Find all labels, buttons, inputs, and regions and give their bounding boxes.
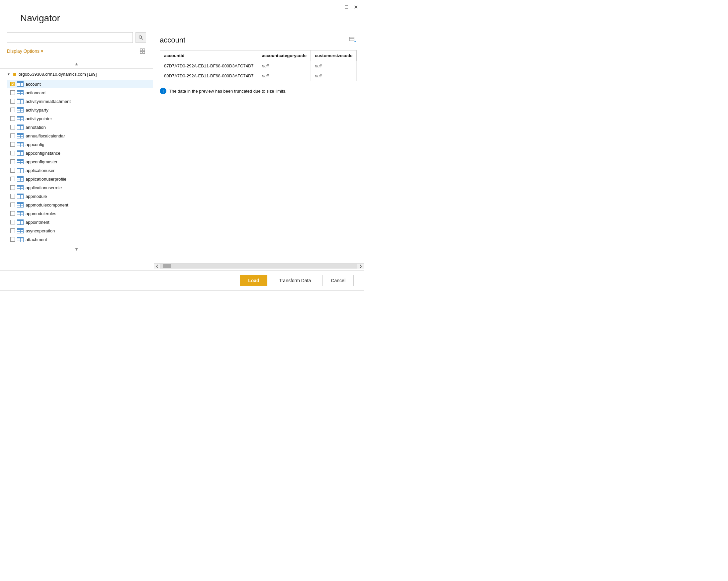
item-label-appconfiginstance: appconfiginstance xyxy=(26,151,60,156)
title-bar: □ ✕ xyxy=(338,0,364,14)
scroll-left-button[interactable]: ❮ xyxy=(154,264,160,269)
tree-item-attachment[interactable]: attachment xyxy=(7,235,153,244)
tree-item-appmodule[interactable]: appmodule xyxy=(7,192,153,201)
item-label-appointment: appointment xyxy=(26,220,50,225)
checkbox-attachment[interactable] xyxy=(10,237,15,242)
info-message: i The data in the preview has been trunc… xyxy=(160,85,357,97)
tree-item-applicationuserrole[interactable]: applicationuserrole xyxy=(7,183,153,192)
checkbox-applicationuser[interactable] xyxy=(10,168,15,173)
table-row: 87D7A7D0-292A-EB11-BF68-000D3AFC74D7 nul… xyxy=(160,61,357,71)
close-button[interactable]: ✕ xyxy=(352,3,360,11)
table-icon-appmodulecomponent xyxy=(17,202,24,208)
cell-customersizecode-1: null xyxy=(311,61,356,71)
cell-customersizecode-2: null xyxy=(311,71,356,81)
cell-accountcategorycode-1: null xyxy=(258,61,311,71)
display-options-button[interactable]: Display Options ▾ xyxy=(7,49,43,54)
select-all-button[interactable] xyxy=(139,48,146,55)
item-label-activityparty: activityparty xyxy=(26,108,49,112)
tree-item-asyncoperation[interactable]: asyncoperation xyxy=(7,227,153,235)
checkbox-appconfigmaster[interactable] xyxy=(10,159,15,164)
cell-accountid-2: 89D7A7D0-292A-EB11-BF68-000D3AFC74D7 xyxy=(160,71,258,81)
tree-root-item[interactable]: ▼ ■ org0b539308.crm10.dynamics.com [199] xyxy=(0,69,153,80)
scroll-down-arrow[interactable]: ▼ xyxy=(0,244,153,254)
search-button[interactable] xyxy=(135,32,146,43)
item-label-account: account xyxy=(26,82,41,87)
table-icon-applicationuserrole xyxy=(17,185,24,190)
checkbox-activitymimeattachment[interactable] xyxy=(10,99,15,104)
checkbox-annualfiscalcalendar[interactable] xyxy=(10,133,15,138)
tree-item-appmoduleroles[interactable]: appmoduleroles xyxy=(7,209,153,218)
item-label-appmodulecomponent: appmodulecomponent xyxy=(26,203,69,208)
data-table-container: accountid accountcategorycode customersi… xyxy=(160,50,357,81)
checkbox-applicationuserprofile[interactable] xyxy=(10,177,15,181)
cancel-button[interactable]: Cancel xyxy=(322,275,354,286)
checkbox-account[interactable] xyxy=(10,82,15,86)
tree-item-appconfigmaster[interactable]: appconfigmaster xyxy=(7,157,153,166)
item-label-applicationuserrole: applicationuserrole xyxy=(26,185,62,190)
tree-item-activitymimeattachment[interactable]: activitymimeattachment xyxy=(7,97,153,106)
checkbox-appmodulecomponent[interactable] xyxy=(10,203,15,207)
table-icon-appmoduleroles xyxy=(17,211,24,216)
svg-rect-3 xyxy=(143,49,145,51)
refresh-icon[interactable] xyxy=(348,35,357,45)
checkbox-appmoduleroles[interactable] xyxy=(10,211,15,216)
item-label-appmoduleroles: appmoduleroles xyxy=(26,211,56,216)
table-icon-appconfig xyxy=(17,142,24,147)
checkbox-annotation[interactable] xyxy=(10,125,15,130)
table-icon-actioncard xyxy=(17,90,24,95)
left-panel: Display Options ▾ ▲ ▼ ■ org0b539308.crm1… xyxy=(0,29,153,279)
cell-accountcategorycode-2: null xyxy=(258,71,311,81)
tree-item-annotation[interactable]: annotation xyxy=(7,123,153,131)
tree-item-activityparty[interactable]: activityparty xyxy=(7,106,153,114)
table-icon-appmodule xyxy=(17,193,24,199)
table-icon-appconfiginstance xyxy=(17,150,24,156)
checkbox-actioncard[interactable] xyxy=(10,90,15,95)
minimize-button[interactable]: □ xyxy=(342,3,350,11)
checkbox-appconfig[interactable] xyxy=(10,142,15,147)
tree-item-actioncard[interactable]: actioncard xyxy=(7,88,153,97)
scroll-up-arrow[interactable]: ▲ xyxy=(0,59,153,69)
svg-rect-4 xyxy=(140,51,142,53)
tree-item-appconfiginstance[interactable]: appconfiginstance xyxy=(7,149,153,157)
checkbox-asyncoperation[interactable] xyxy=(10,229,15,233)
footer: Load Transform Data Cancel xyxy=(0,270,364,290)
cell-pr-1: 1 xyxy=(357,61,357,71)
tree-item-applicationuser[interactable]: applicationuser xyxy=(7,166,153,175)
transform-data-button[interactable]: Transform Data xyxy=(271,275,319,286)
checkbox-activitypointer[interactable] xyxy=(10,116,15,121)
table-icon-applicationuserprofile xyxy=(17,176,24,182)
load-button[interactable]: Load xyxy=(240,275,267,286)
tree-item-appconfig[interactable]: appconfig xyxy=(7,140,153,149)
item-label-annotation: annotation xyxy=(26,125,46,130)
search-input[interactable] xyxy=(7,32,133,43)
tree-item-account[interactable]: account xyxy=(7,80,153,88)
checkbox-appmodule[interactable] xyxy=(10,194,15,199)
col-header-accountid: accountid xyxy=(160,50,258,61)
tree-items: account actioncard xyxy=(0,80,153,244)
tree-item-activitypointer[interactable]: activitypointer xyxy=(7,114,153,123)
item-label-applicationuserprofile: applicationuserprofile xyxy=(26,177,67,182)
cell-accountid-1: 87D7A7D0-292A-EB11-BF68-000D3AFC74D7 xyxy=(160,61,258,71)
tree-item-applicationuserprofile[interactable]: applicationuserprofile xyxy=(7,175,153,183)
checkbox-appconfiginstance[interactable] xyxy=(10,151,15,155)
item-label-appmodule: appmodule xyxy=(26,194,47,199)
folder-icon: ■ xyxy=(13,71,17,78)
page-title: Navigator xyxy=(10,6,354,27)
scroll-thumb[interactable] xyxy=(163,264,171,268)
tree-container[interactable]: ▲ ▼ ■ org0b539308.crm10.dynamics.com [19… xyxy=(0,57,153,279)
tree-item-appointment[interactable]: appointment xyxy=(7,218,153,227)
checkbox-applicationuserrole[interactable] xyxy=(10,185,15,190)
scroll-right-button[interactable]: ❯ xyxy=(357,264,364,269)
checkbox-activityparty[interactable] xyxy=(10,108,15,112)
horizontal-scrollbar[interactable]: ❮ ❯ xyxy=(154,263,364,269)
tree-item-annualfiscalcalendar[interactable]: annualfiscalcalendar xyxy=(7,131,153,140)
table-icon-appconfigmaster xyxy=(17,159,24,164)
table-icon-attachment xyxy=(17,237,24,242)
tree-item-appmodulecomponent[interactable]: appmodulecomponent xyxy=(7,201,153,209)
item-label-applicationuser: applicationuser xyxy=(26,168,54,173)
preview-header: account xyxy=(160,35,357,45)
scroll-track[interactable] xyxy=(160,264,357,269)
checkbox-appointment[interactable] xyxy=(10,220,15,225)
preview-title: account xyxy=(160,36,185,45)
svg-rect-5 xyxy=(143,51,145,53)
